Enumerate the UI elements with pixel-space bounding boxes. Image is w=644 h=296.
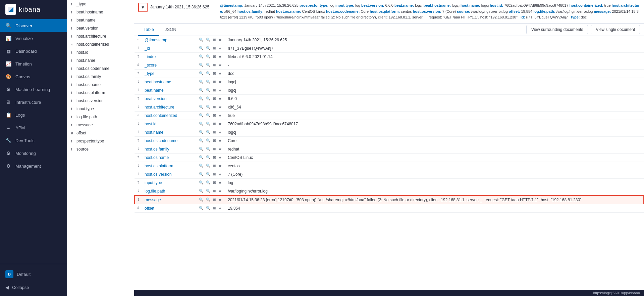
pin-icon[interactable]: ★: [218, 155, 222, 159]
field-actions[interactable]: 🔍 🔍 ⊞ ★: [196, 86, 225, 94]
pin-icon[interactable]: ★: [218, 122, 222, 126]
field-item[interactable]: thost.os.platform: [67, 89, 134, 97]
sidebar-item-apm[interactable]: ≡APM: [0, 121, 67, 134]
filter-out-icon[interactable]: 🔍: [206, 96, 211, 100]
filter-out-icon[interactable]: 🔍: [206, 122, 211, 126]
toggle-col-icon[interactable]: ⊞: [213, 122, 216, 126]
field-item[interactable]: tprospector.type: [67, 137, 134, 145]
field-item[interactable]: tlog.file.path: [67, 113, 134, 121]
filter-in-icon[interactable]: 🔍: [199, 206, 204, 210]
field-actions[interactable]: 🔍 🔍 ⊞ ★: [196, 111, 225, 120]
pin-icon[interactable]: ★: [218, 147, 222, 151]
field-actions[interactable]: 🔍 🔍 ⊞ ★: [196, 78, 225, 86]
filter-in-icon[interactable]: 🔍: [199, 80, 204, 84]
field-actions[interactable]: 🔍 🔍 ⊞ ★: [196, 153, 225, 162]
filter-out-icon[interactable]: 🔍: [206, 80, 211, 84]
pin-icon[interactable]: ★: [218, 46, 222, 50]
sidebar-item-management[interactable]: ⚙Management: [0, 160, 67, 172]
field-item[interactable]: t_type: [67, 0, 134, 8]
field-item[interactable]: thost.id: [67, 48, 134, 56]
field-item[interactable]: tmessage: [67, 121, 134, 129]
view-surrounding-button[interactable]: View surrounding documents: [526, 25, 588, 34]
filter-out-icon[interactable]: 🔍: [206, 180, 211, 184]
toggle-col-icon[interactable]: ⊞: [213, 80, 216, 84]
field-item[interactable]: thost.architecture: [67, 32, 134, 40]
filter-out-icon[interactable]: 🔍: [206, 189, 211, 193]
filter-out-icon[interactable]: 🔍: [206, 54, 211, 58]
filter-in-icon[interactable]: 🔍: [199, 122, 204, 126]
field-actions[interactable]: 🔍 🔍 ⊞ ★: [196, 128, 225, 136]
sidebar-item-monitoring[interactable]: ⚙Monitoring: [0, 147, 67, 160]
pin-icon[interactable]: ★: [218, 189, 222, 193]
sidebar-item-visualize[interactable]: 📊Visualize: [0, 32, 67, 45]
filter-out-icon[interactable]: 🔍: [206, 63, 211, 67]
field-actions[interactable]: 🔍 🔍 ⊞ ★: [196, 136, 225, 145]
toggle-col-icon[interactable]: ⊞: [213, 54, 216, 58]
filter-in-icon[interactable]: 🔍: [199, 105, 204, 109]
field-actions[interactable]: 🔍 🔍 ⊞ ★: [196, 36, 225, 44]
filter-in-icon[interactable]: 🔍: [199, 189, 204, 193]
toggle-col-icon[interactable]: ⊞: [213, 180, 216, 184]
toggle-col-icon[interactable]: ⊞: [213, 172, 216, 176]
sidebar-item-timelion[interactable]: 📈Timelion: [0, 57, 67, 70]
field-actions[interactable]: 🔍 🔍 ⊞ ★: [196, 61, 225, 69]
tab-json[interactable]: JSON: [159, 24, 182, 36]
filter-in-icon[interactable]: 🔍: [199, 63, 204, 67]
field-actions[interactable]: 🔍 🔍 ⊞ ★: [196, 178, 225, 187]
filter-in-icon[interactable]: 🔍: [199, 180, 204, 184]
field-item[interactable]: tinput.type: [67, 105, 134, 113]
field-actions[interactable]: 🔍 🔍 ⊞ ★: [196, 145, 225, 153]
filter-out-icon[interactable]: 🔍: [206, 138, 211, 142]
toggle-col-icon[interactable]: ⊞: [213, 189, 216, 193]
field-actions[interactable]: 🔍 🔍 ⊞ ★: [196, 94, 225, 103]
filter-out-icon[interactable]: 🔍: [206, 88, 211, 92]
field-item[interactable]: thost.os.name: [67, 81, 134, 89]
toggle-col-icon[interactable]: ⊞: [213, 113, 216, 117]
toggle-col-icon[interactable]: ⊞: [213, 138, 216, 142]
filter-in-icon[interactable]: 🔍: [199, 155, 204, 159]
filter-out-icon[interactable]: 🔍: [206, 206, 211, 210]
sidebar-item-dashboard[interactable]: ▦Dashboard: [0, 45, 67, 57]
filter-out-icon[interactable]: 🔍: [206, 198, 211, 202]
toggle-col-icon[interactable]: ⊞: [213, 38, 216, 42]
filter-in-icon[interactable]: 🔍: [199, 88, 204, 92]
field-actions[interactable]: 🔍 🔍 ⊞ ★: [196, 52, 225, 61]
pin-icon[interactable]: ★: [218, 71, 222, 75]
filter-out-icon[interactable]: 🔍: [206, 71, 211, 75]
pin-icon[interactable]: ★: [218, 172, 222, 176]
filter-in-icon[interactable]: 🔍: [199, 113, 204, 117]
field-actions[interactable]: 🔍 🔍 ⊞ ★: [196, 170, 225, 178]
field-actions[interactable]: 🔍 🔍 ⊞ ★: [196, 196, 225, 204]
filter-out-icon[interactable]: 🔍: [206, 155, 211, 159]
pin-icon[interactable]: ★: [218, 206, 222, 210]
filter-out-icon[interactable]: 🔍: [206, 164, 211, 168]
field-item[interactable]: thost.os.version: [67, 97, 134, 105]
field-item[interactable]: thost.name: [67, 56, 134, 65]
field-item[interactable]: thost.os.family: [67, 73, 134, 81]
field-item[interactable]: tbeat.version: [67, 24, 134, 32]
filter-in-icon[interactable]: 🔍: [199, 130, 204, 134]
pin-icon[interactable]: ★: [218, 88, 222, 92]
tab-table[interactable]: Table: [138, 24, 159, 36]
field-actions[interactable]: 🔍 🔍 ⊞ ★: [196, 120, 225, 128]
sidebar-item-logs[interactable]: 📋Logs: [0, 109, 67, 121]
field-actions[interactable]: 🔍 🔍 ⊞ ★: [196, 103, 225, 111]
pin-icon[interactable]: ★: [218, 130, 222, 134]
field-actions[interactable]: 🔍 🔍 ⊞ ★: [196, 162, 225, 170]
toggle-col-icon[interactable]: ⊞: [213, 96, 216, 100]
toggle-col-icon[interactable]: ⊞: [213, 147, 216, 151]
toggle-col-icon[interactable]: ⊞: [213, 198, 216, 202]
filter-out-icon[interactable]: 🔍: [206, 105, 211, 109]
filter-in-icon[interactable]: 🔍: [199, 198, 204, 202]
toggle-col-icon[interactable]: ⊞: [213, 63, 216, 67]
field-item[interactable]: tsource: [67, 145, 134, 153]
pin-icon[interactable]: ★: [218, 96, 222, 100]
filter-in-icon[interactable]: 🔍: [199, 71, 204, 75]
toggle-col-icon[interactable]: ⊞: [213, 164, 216, 168]
field-item[interactable]: thost.os.codename: [67, 65, 134, 73]
view-single-button[interactable]: View single document: [591, 25, 640, 34]
toggle-col-icon[interactable]: ⊞: [213, 46, 216, 50]
toggle-col-icon[interactable]: ⊞: [213, 130, 216, 134]
filter-out-icon[interactable]: 🔍: [206, 38, 211, 42]
pin-icon[interactable]: ★: [218, 80, 222, 84]
